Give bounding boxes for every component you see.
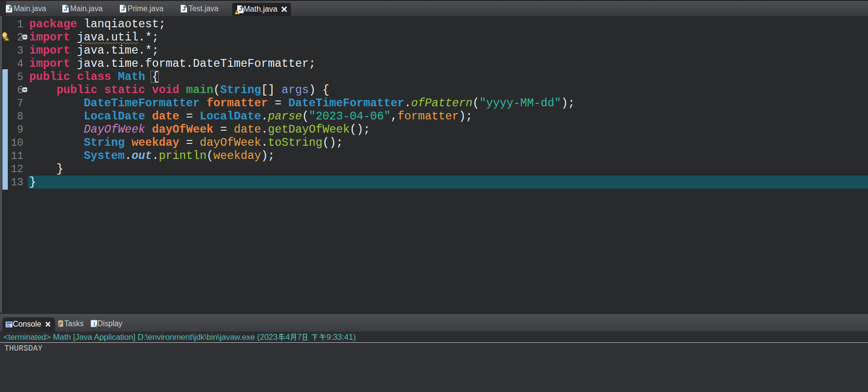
- svg-text:J: J: [93, 321, 95, 327]
